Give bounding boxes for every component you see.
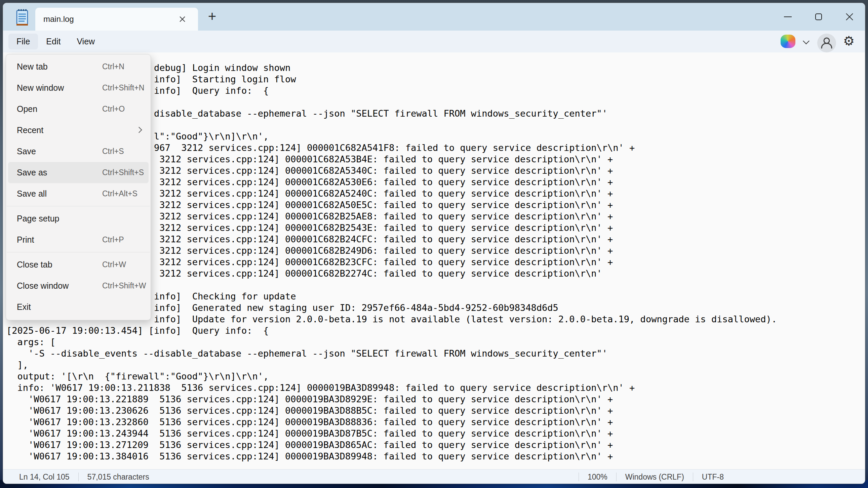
menubar: File Edit View ⚙ <box>3 31 865 53</box>
menu-item-save-all[interactable]: Save all Ctrl+Alt+S <box>8 183 149 204</box>
titlebar[interactable]: main.log + <box>3 3 865 31</box>
notepad-app-icon <box>14 8 30 28</box>
statusbar-divider <box>78 473 79 481</box>
statusbar-divider <box>579 473 579 481</box>
menu-item-exit[interactable]: Exit <box>8 296 149 318</box>
menu-item-recent[interactable]: Recent <box>8 120 149 141</box>
file-menu-popup: New tab Ctrl+N New window Ctrl+Shift+N O… <box>6 54 151 320</box>
menu-separator <box>7 252 150 252</box>
statusbar: Ln 14, Col 105 57,015 characters 100% Wi… <box>3 469 865 484</box>
cursor-position: Ln 14, Col 105 <box>19 473 70 482</box>
menu-item-open[interactable]: Open Ctrl+O <box>8 98 149 120</box>
window-controls <box>780 3 858 31</box>
minimize-icon <box>784 17 792 17</box>
menu-item-new-window[interactable]: New window Ctrl+Shift+N <box>8 77 149 98</box>
notepad-window: main.log + File Edit View <box>3 3 865 484</box>
copilot-icon[interactable] <box>781 35 796 48</box>
maximize-button[interactable] <box>810 9 827 25</box>
new-tab-button[interactable]: + <box>205 9 219 24</box>
menu-item-close-tab[interactable]: Close tab Ctrl+W <box>8 254 149 275</box>
minimize-button[interactable] <box>780 9 796 25</box>
menu-file[interactable]: File <box>8 34 38 50</box>
menu-item-save-as[interactable]: Save as Ctrl+Shift+S <box>8 162 149 183</box>
statusbar-left: Ln 14, Col 105 57,015 characters <box>3 473 149 482</box>
character-count: 57,015 characters <box>87 473 149 482</box>
menu-view[interactable]: View <box>69 34 103 50</box>
tab-close-icon[interactable] <box>179 15 187 23</box>
desktop: main.log + File Edit View <box>0 0 868 488</box>
menu-item-save[interactable]: Save Ctrl+S <box>8 141 149 162</box>
close-button[interactable] <box>841 9 858 25</box>
line-ending: Windows (CRLF) <box>625 473 684 482</box>
statusbar-divider <box>616 473 617 481</box>
statusbar-right: 100% Windows (CRLF) UTF-8 <box>570 469 724 484</box>
encoding: UTF-8 <box>702 473 724 482</box>
menu-edit[interactable]: Edit <box>38 34 69 50</box>
menu-item-page-setup[interactable]: Page setup <box>8 208 149 229</box>
close-icon <box>845 12 854 21</box>
tab-main-log[interactable]: main.log <box>35 8 198 31</box>
account-avatar[interactable] <box>817 34 836 54</box>
zoom-level: 100% <box>588 473 608 482</box>
tab-title: main.log <box>43 14 74 24</box>
statusbar-divider <box>693 473 693 481</box>
menu-separator <box>7 206 150 206</box>
settings-gear-icon[interactable]: ⚙ <box>842 33 856 49</box>
maximize-icon <box>815 13 822 20</box>
menu-item-print[interactable]: Print Ctrl+P <box>8 229 149 250</box>
menu-item-close-window[interactable]: Close window Ctrl+Shift+W <box>8 275 149 296</box>
menu-item-new-tab[interactable]: New tab Ctrl+N <box>8 56 149 77</box>
chevron-right-icon <box>136 127 142 133</box>
chevron-down-icon[interactable] <box>803 38 809 44</box>
